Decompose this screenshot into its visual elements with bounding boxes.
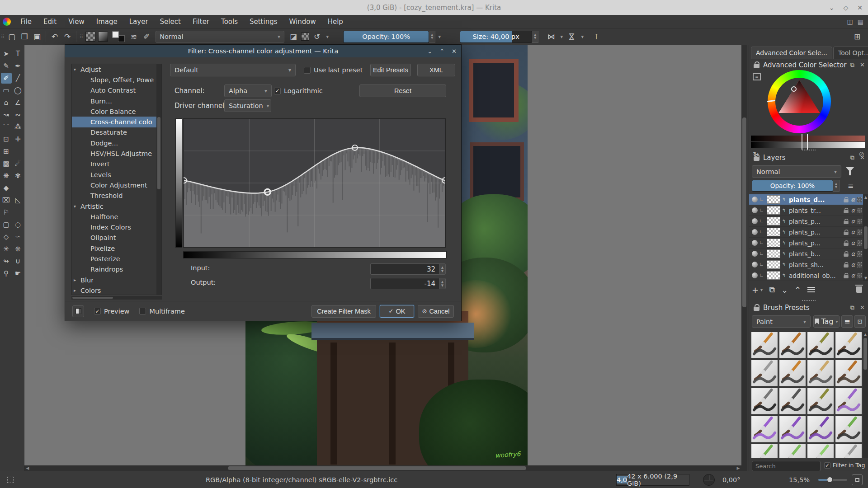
layer-scrollbar[interactable]: ▲ ▼ [863, 194, 868, 281]
tree-expander-icon[interactable]: ▸ [74, 277, 80, 282]
cancel-button[interactable]: ⊘ Cancel [418, 305, 454, 318]
brush-preset[interactable] [751, 444, 778, 458]
curve-plot[interactable] [183, 118, 446, 248]
filter-tree-item[interactable]: Oilpaint [72, 233, 161, 243]
similar-color-select-tool[interactable]: ✳ [1, 244, 12, 254]
logarithmic-checkbox[interactable]: Logarithmic [274, 87, 323, 94]
reload-preset-icon[interactable]: ↺ [311, 30, 323, 43]
menu-item[interactable]: Image [90, 15, 123, 28]
brush-settings-icon[interactable]: ≋ [127, 30, 140, 43]
layer-row[interactable]: ∟ ↰ plants_p... α [749, 238, 863, 249]
move-layer-up-button[interactable]: ⌃ [794, 285, 801, 295]
text-tool[interactable]: T [13, 48, 24, 59]
brush-preset[interactable] [779, 332, 806, 359]
canvas-rotation-dial[interactable] [703, 474, 715, 486]
blend-mode-combo[interactable]: Normal [156, 31, 284, 43]
layer-opacity-slider[interactable]: Opacity: 100% [752, 180, 833, 192]
colorize-mask-tool[interactable]: ✾ [13, 170, 24, 181]
layer-name[interactable]: plants_p... [789, 218, 841, 225]
brush-preset[interactable] [751, 388, 778, 415]
ok-button[interactable]: ✓ OK [380, 305, 414, 318]
filter-tree-item[interactable]: Raindrops [72, 264, 161, 275]
redo-icon[interactable]: ↷ [61, 30, 74, 43]
layer-thumbnail[interactable] [767, 217, 780, 225]
layer-alpha-lock-icon[interactable]: α [851, 272, 855, 279]
menu-item[interactable]: Settings [244, 15, 283, 28]
layer-row[interactable]: ∟ ↰ plants_b... α [749, 249, 863, 259]
layer-name[interactable]: plants_d... [789, 196, 841, 203]
brush-preset[interactable] [807, 444, 834, 458]
layer-visibility-icon[interactable] [752, 207, 758, 213]
filter-tree-item[interactable]: HSV/HSL Adjustme [72, 148, 161, 159]
layer-alpha-lock-icon[interactable]: α [851, 207, 855, 214]
filter-tree-item[interactable]: ▾ Adjust [72, 64, 161, 75]
menu-item[interactable]: Layer [123, 15, 154, 28]
presets-menu-icon[interactable]: ≡ [841, 315, 853, 328]
layer-alpha-lock-icon[interactable]: α [851, 196, 855, 203]
layer-visibility-icon[interactable] [752, 272, 758, 278]
horizontal-scrollbar[interactable]: ◀ ▶ [24, 465, 741, 471]
dynamic-brush-tool[interactable]: ⌒ [1, 122, 12, 132]
ellipse-select-tool[interactable]: ◌ [13, 219, 24, 230]
select-shapes-tool[interactable]: ➤ [1, 48, 12, 59]
output-value[interactable]: -14 [370, 278, 439, 289]
unshade-icon[interactable]: ⌃ [439, 48, 444, 55]
brush-preset[interactable] [807, 388, 834, 415]
scroll-down-icon[interactable]: ▼ [864, 276, 867, 280]
save-icon[interactable]: ▣ [31, 30, 43, 43]
dialog-titlebar[interactable]: Filter: Cross-channel color adjustment —… [65, 45, 461, 57]
layer-visibility-icon[interactable] [752, 197, 758, 202]
brush-preset[interactable] [807, 416, 834, 443]
menu-item[interactable]: Window [283, 15, 322, 28]
add-layer-dropdown-icon[interactable]: ▾ [760, 287, 763, 292]
spinner-arrows[interactable]: ▲▼ [439, 263, 446, 275]
brush-preset[interactable] [779, 416, 806, 443]
gradient-tool[interactable]: ▩ [1, 158, 12, 169]
polygonal-select-tool[interactable]: ◇ [1, 231, 12, 242]
zoom-tool[interactable]: ⚲ [1, 268, 12, 279]
input-spinbox[interactable]: 32 ▲▼ [370, 263, 446, 275]
bezier-curve-tool[interactable]: ↝ [1, 109, 12, 120]
bezier-select-tool[interactable]: ↬ [1, 256, 12, 267]
filter-tree-item[interactable]: ▸ Blur [72, 275, 161, 285]
create-filter-mask-button[interactable]: Create Filter Mask [311, 305, 376, 318]
tab-tool-options[interactable]: Tool Opt... [833, 47, 868, 59]
zoom-thumb[interactable] [827, 477, 833, 483]
brush-preset[interactable] [835, 332, 862, 359]
color-sampler-tool[interactable]: ☄ [13, 158, 24, 169]
layer-name[interactable]: plants_tr... [789, 207, 841, 214]
spinner-arrows[interactable]: ▲▼ [439, 278, 446, 289]
layer-thumbnail[interactable] [767, 228, 780, 236]
opacity-spinner[interactable]: ▲▼ [429, 31, 435, 43]
layer-blend-mode-combo[interactable]: Normal [752, 165, 841, 178]
layer-inherit-alpha-icon[interactable] [857, 219, 862, 224]
layer-name[interactable]: plants_p... [789, 239, 841, 247]
docker-resize-handle[interactable] [802, 300, 816, 301]
delete-layer-button[interactable] [856, 286, 862, 293]
pan-tool[interactable]: ☛ [13, 268, 24, 279]
hue-ring[interactable] [768, 70, 831, 133]
tree-vertical-scrollbar[interactable] [156, 64, 161, 295]
opacity-slider[interactable]: Opacity: 100% [343, 31, 429, 43]
scrollbar-thumb[interactable] [228, 466, 526, 470]
mirror-horizontal-icon[interactable]: ⋈ [545, 30, 557, 43]
move-tool[interactable]: ✛ [13, 134, 24, 145]
filter-tree-item[interactable]: Color Adjustment [72, 180, 161, 190]
layer-name[interactable]: plants_b... [789, 250, 841, 258]
layer-row[interactable]: ∟ ↰ plants_p... α [749, 227, 863, 238]
brush-preset[interactable] [779, 444, 806, 458]
output-spinbox[interactable]: -14 ▲▼ [370, 278, 446, 289]
scrollbar-thumb[interactable] [742, 117, 746, 307]
layer-alpha-lock-icon[interactable]: α [851, 250, 855, 257]
crop-tool[interactable]: ⊞ [1, 146, 12, 157]
preview-checkbox[interactable]: Preview [94, 308, 129, 315]
tree-expander-icon[interactable]: ▾ [74, 204, 80, 209]
layer-lock-icon[interactable] [844, 221, 849, 224]
brush-preset-icon[interactable]: ✐ [140, 30, 153, 43]
float-docker-icon[interactable]: ⧉ [850, 304, 854, 311]
brush-preset[interactable] [835, 388, 862, 415]
close-icon[interactable]: ✕ [857, 4, 863, 11]
chevron-down-icon[interactable]: ▾ [557, 33, 566, 40]
lock-icon[interactable] [754, 64, 760, 68]
scroll-left-icon[interactable]: ◀ [24, 466, 31, 470]
